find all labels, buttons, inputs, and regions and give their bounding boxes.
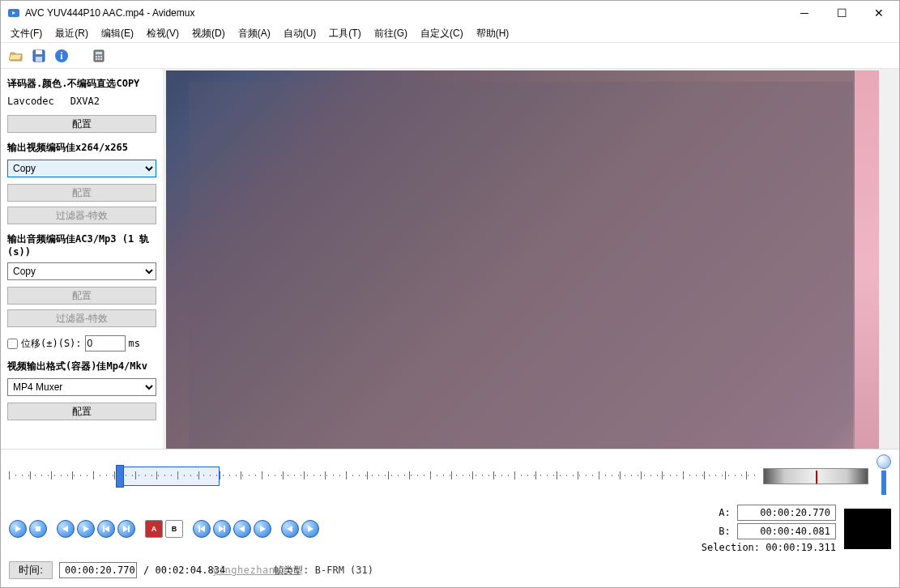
- window-title: AVC YUV444P10 AAC.mp4 - Avidemux: [25, 7, 786, 19]
- video-filters-button: 过滤器-特效: [7, 207, 156, 224]
- svg-marker-29: [287, 526, 292, 532]
- shift-checkbox[interactable]: [7, 339, 18, 349]
- set-marker-b-button[interactable]: B: [165, 520, 183, 538]
- svg-rect-19: [103, 526, 105, 532]
- video-preview-area: [163, 69, 899, 449]
- menu-recent[interactable]: 最近(R): [49, 25, 95, 42]
- decoder-section-title: 译码器.颜色.不编码直选COPY: [7, 77, 156, 91]
- timeline-selection: [116, 467, 220, 486]
- svg-rect-9: [96, 56, 97, 58]
- svg-rect-3: [36, 50, 42, 54]
- svg-marker-27: [239, 526, 245, 532]
- svg-marker-18: [83, 526, 89, 532]
- video-out-title: 输出视频编码佳x264/x265: [7, 141, 156, 155]
- decoder-hw: DXVA2: [70, 96, 100, 107]
- stop-button[interactable]: [29, 520, 47, 538]
- video-configure-button: 配置: [7, 184, 156, 202]
- menubar: 文件(F) 最近(R) 编辑(E) 检视(V) 视频(D) 音频(A) 自动(U…: [1, 25, 899, 43]
- marker-a-label: A:: [702, 507, 731, 518]
- svg-rect-14: [100, 58, 102, 60]
- volume-slider[interactable]: [877, 454, 891, 498]
- preview-thumbnail: [844, 509, 891, 549]
- save-icon[interactable]: [30, 47, 48, 65]
- svg-rect-26: [224, 526, 225, 532]
- menu-audio[interactable]: 音频(A): [232, 25, 277, 42]
- svg-rect-23: [198, 526, 200, 532]
- maximize-button[interactable]: ☐: [823, 1, 860, 25]
- goto-end-button[interactable]: [213, 520, 231, 538]
- prev-keyframe-button[interactable]: [97, 520, 115, 538]
- decoder-configure-button[interactable]: 配置: [7, 115, 156, 133]
- minimize-button[interactable]: ─: [786, 1, 823, 25]
- goto-marker-a-button[interactable]: [233, 520, 251, 538]
- goto-marker-b-button[interactable]: [254, 520, 271, 538]
- frame-type: 帧类型: B-FRM (31): [274, 564, 373, 577]
- shift-label: 位移(±)(S):: [21, 337, 82, 351]
- next-black-frame-button[interactable]: [301, 520, 319, 538]
- open-icon[interactable]: [7, 47, 25, 65]
- svg-marker-28: [260, 526, 266, 532]
- goto-start-button[interactable]: [193, 520, 211, 538]
- video-frame: [166, 70, 879, 449]
- transport-controls: A B: [9, 520, 319, 538]
- next-frame-button[interactable]: [77, 520, 95, 538]
- svg-rect-4: [36, 57, 42, 62]
- svg-rect-13: [98, 58, 100, 60]
- marker-panel: A: 00:00:20.770 B: 00:00:40.081 Selectio…: [702, 505, 836, 553]
- svg-marker-24: [200, 526, 205, 532]
- marker-a-value[interactable]: 00:00:20.770: [737, 505, 836, 521]
- format-out-title: 视频输出格式(容器)佳Mp4/Mkv: [7, 360, 156, 373]
- jog-wheel[interactable]: [763, 468, 868, 484]
- menu-view[interactable]: 检视(V): [140, 25, 186, 42]
- svg-marker-17: [62, 526, 68, 532]
- shift-unit: ms: [129, 338, 140, 349]
- sidebar: 译码器.颜色.不编码直选COPY Lavcodec DXVA2 配置 输出视频编…: [1, 69, 163, 449]
- app-icon: [7, 6, 20, 19]
- next-keyframe-button[interactable]: [117, 520, 135, 538]
- set-marker-a-button[interactable]: A: [145, 520, 163, 538]
- svg-marker-30: [308, 526, 314, 532]
- menu-help[interactable]: 帮助(H): [470, 25, 516, 42]
- shift-input[interactable]: [85, 335, 126, 352]
- format-configure-button[interactable]: 配置: [7, 403, 156, 420]
- marker-b-value[interactable]: 00:00:40.081: [737, 523, 836, 539]
- audio-out-title: 输出音频编码佳AC3/Mp3 (1 轨(s)): [7, 232, 156, 258]
- titlebar: AVC YUV444P10 AAC.mp4 - Avidemux ─ ☐ ✕: [1, 1, 899, 25]
- svg-rect-22: [128, 526, 130, 532]
- menu-custom[interactable]: 自定义(C): [414, 25, 470, 42]
- svg-rect-8: [96, 52, 102, 54]
- svg-rect-11: [100, 56, 102, 58]
- svg-marker-25: [219, 526, 224, 532]
- calculator-icon[interactable]: [90, 47, 108, 65]
- menu-video[interactable]: 视频(D): [186, 25, 232, 42]
- video-codec-select[interactable]: Copy: [7, 160, 156, 177]
- svg-marker-21: [123, 526, 128, 532]
- menu-goto[interactable]: 前往(G): [368, 25, 414, 42]
- svg-marker-15: [15, 526, 21, 532]
- close-button[interactable]: ✕: [860, 1, 898, 25]
- svg-rect-10: [98, 56, 100, 58]
- current-time-input[interactable]: 00:00:20.770: [59, 562, 137, 578]
- svg-rect-16: [36, 526, 41, 531]
- toolbar: i: [1, 43, 899, 69]
- prev-black-frame-button[interactable]: [281, 520, 299, 538]
- menu-auto[interactable]: 自动(U): [277, 25, 323, 42]
- svg-marker-20: [105, 526, 109, 532]
- menu-tools[interactable]: 工具(T): [322, 25, 367, 42]
- timeline[interactable]: [9, 465, 755, 488]
- play-button[interactable]: [9, 520, 27, 538]
- svg-rect-12: [96, 58, 97, 60]
- audio-filters-button: 过滤器-特效: [7, 309, 156, 327]
- audio-configure-button: 配置: [7, 287, 156, 305]
- output-format-select[interactable]: MP4 Muxer: [7, 378, 156, 396]
- timeline-playhead[interactable]: [116, 465, 124, 488]
- menu-file[interactable]: 文件(F): [4, 25, 49, 42]
- prev-frame-button[interactable]: [57, 520, 75, 538]
- menu-edit[interactable]: 编辑(E): [95, 25, 140, 42]
- bottom-panel: A B A: 00:00:20.770 B: 00:00:40.081 Sele…: [1, 449, 899, 587]
- selection-duration: Selection: 00:00:19.311: [702, 542, 836, 553]
- audio-codec-select[interactable]: Copy: [7, 262, 156, 280]
- decoder-codec: Lavcodec: [7, 96, 54, 107]
- time-button[interactable]: 时间:: [9, 561, 53, 579]
- info-icon[interactable]: i: [53, 47, 70, 65]
